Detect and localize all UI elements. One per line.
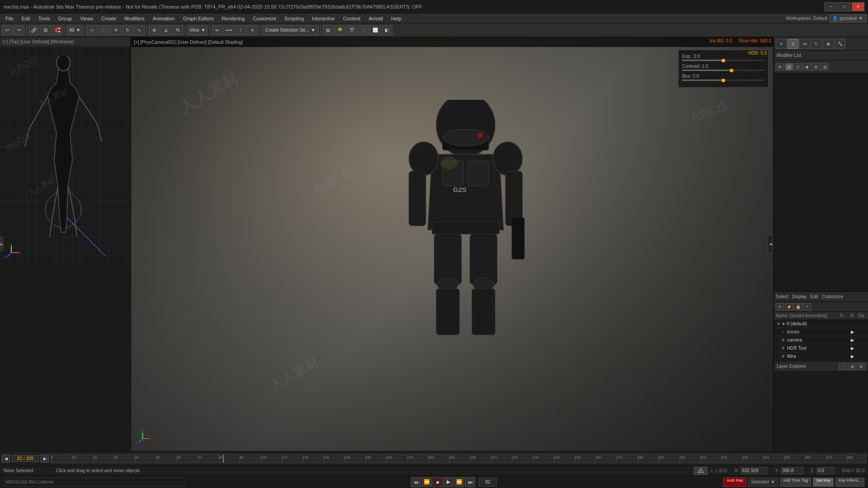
scene-lock-btn[interactable]: 🔒 — [794, 303, 802, 310]
snap-button[interactable]: ⊕ — [149, 25, 160, 35]
minimize-button[interactable]: ─ — [825, 2, 837, 11]
add-time-tag-button[interactable]: Add Time Tag — [780, 478, 811, 487]
hdr-exp-track[interactable] — [682, 60, 764, 61]
scene-add-btn[interactable]: + — [803, 303, 811, 310]
timeline-next-btn[interactable]: ▶ — [41, 455, 49, 463]
playback-prev-frame[interactable]: ⏪ — [422, 477, 432, 487]
redo-button[interactable]: ↪ — [14, 25, 24, 35]
menu-animation[interactable]: Animation — [149, 15, 179, 22]
menu-modifiers[interactable]: Modifiers — [121, 15, 148, 22]
create-selection-set-button[interactable]: Create Selection Se... ▼ — [262, 25, 318, 35]
playback-stop[interactable]: ■ — [433, 477, 443, 487]
scene-explorer-button[interactable]: 🌳 — [335, 25, 345, 35]
percent-snap-button[interactable]: % — [172, 25, 183, 35]
playback-prev-key[interactable]: ⏮ — [411, 477, 421, 487]
scale-button[interactable]: ⤡ — [134, 25, 145, 35]
scene-filter-btn[interactable]: ⚡ — [785, 303, 793, 310]
tab-utilities[interactable]: 🔧 — [835, 39, 845, 49]
menu-graph-editors[interactable]: Graph Editors — [179, 15, 217, 22]
hdr-contrast-track[interactable] — [682, 70, 764, 71]
mod-icon-3[interactable]: ⊡ — [794, 63, 802, 70]
spacing-tool-button[interactable]: ⁞ — [235, 25, 246, 35]
viewport-collapse-arrow[interactable]: ◀ — [768, 235, 773, 253]
scene-row-0[interactable]: 👁 ▶ 0 (default) — [774, 320, 868, 328]
viewport-header[interactable]: [+] [PhysCamera001] [User-Defined] [Defa… — [131, 37, 773, 47]
selection-filter-dropdown[interactable]: All ▼ — [67, 25, 83, 35]
maxscript-input[interactable] — [4, 478, 184, 487]
scene-row-mira[interactable]: 👁 Mira ▶ — [774, 352, 868, 361]
view-dropdown[interactable]: View ▼ — [187, 25, 208, 35]
selected-dropdown[interactable]: Selected ▼ — [748, 478, 778, 487]
subtab-display[interactable]: Display — [792, 294, 807, 299]
render-button[interactable]: ⬛ — [358, 25, 369, 35]
quick-align-button[interactable]: ≡ — [247, 25, 258, 35]
menu-customize[interactable]: Customize — [249, 15, 280, 22]
subtab-customize[interactable]: Customize — [822, 294, 843, 299]
hdr-exp-thumb[interactable] — [722, 59, 725, 62]
activeshade-button[interactable]: ◧ — [382, 25, 392, 35]
menu-rendering[interactable]: Rendering — [218, 15, 249, 22]
select-object-button[interactable]: ⊹ — [87, 25, 98, 35]
scene-row-bones[interactable]: 👁 bones ▶ — [774, 328, 868, 336]
playback-play[interactable]: ▶ — [443, 477, 453, 487]
menu-file[interactable]: File — [2, 15, 17, 22]
tab-motion[interactable]: ↻ — [811, 39, 822, 49]
user-menu[interactable]: 👤 pyroskat ▼ — [829, 14, 866, 23]
link-button[interactable]: 🔗 — [28, 25, 39, 35]
timeline-prev-btn[interactable]: ◀ — [2, 455, 10, 463]
playback-next-frame[interactable]: ⏩ — [454, 477, 464, 487]
mod-icon-1[interactable]: ⊞ — [776, 63, 784, 70]
close-button[interactable]: ✕ — [852, 2, 864, 11]
scene-row-hdrtool[interactable]: 👁 HDR Tool ▶ — [774, 344, 868, 352]
menu-views[interactable]: Views — [76, 15, 97, 22]
z-input[interactable] — [816, 467, 835, 474]
left-viewport-content[interactable]: RRCG 人人素材 RRCG 人人素材 ROT — [0, 47, 130, 264]
menu-interactive[interactable]: Interactive — [308, 15, 339, 22]
menu-create[interactable]: Create — [98, 15, 120, 22]
render-setup-button[interactable]: 🎬 — [346, 25, 357, 35]
scene-clear-btn[interactable]: ✕ — [776, 303, 784, 310]
timeline-ruler[interactable]: 0102030405060708090100110120130140150160… — [51, 454, 866, 463]
set-key-button[interactable]: Set Key — [813, 478, 834, 487]
timeline-frame-display[interactable]: 82 / 389 — [12, 455, 39, 462]
menu-arnold[interactable]: Arnold — [365, 15, 387, 22]
x-input[interactable] — [741, 467, 768, 474]
rotate-button[interactable]: ↻ — [122, 25, 133, 35]
hdr-blur-track[interactable] — [682, 80, 764, 81]
timeline-cursor[interactable] — [223, 455, 224, 463]
tab-display[interactable]: ◉ — [823, 39, 834, 49]
angle-snap-button[interactable]: ∡ — [160, 25, 171, 35]
align-button[interactable]: ⟺ — [223, 25, 234, 35]
mirror-button[interactable]: ⇔ — [212, 25, 222, 35]
move-button[interactable]: ✛ — [110, 25, 121, 35]
menu-edit[interactable]: Edit — [18, 15, 34, 22]
playback-next-key[interactable]: ⏭ — [465, 477, 475, 487]
mod-icon-5[interactable]: ⊞ — [812, 63, 820, 70]
hdr-blur-thumb[interactable] — [722, 79, 725, 82]
tab-hierarchy[interactable]: ⋈ — [799, 39, 810, 49]
le-btn-3[interactable]: ⊞ — [857, 363, 865, 370]
mod-icon-6[interactable]: ▥ — [821, 63, 829, 70]
render-frame-button[interactable]: ⬜ — [370, 25, 381, 35]
tab-create[interactable]: ✦ — [776, 39, 787, 49]
le-btn-1[interactable]: ⬚ — [839, 363, 847, 370]
mod-icon-2[interactable]: ▤ — [785, 63, 793, 70]
bind-button[interactable]: 🧲 — [52, 25, 63, 35]
scene-row-camera[interactable]: 👁 camera ▶ — [774, 336, 868, 344]
menu-group[interactable]: Group — [54, 15, 75, 22]
key-filters-button[interactable]: Key Filters... — [835, 478, 864, 487]
le-btn-2[interactable]: ▤ — [848, 363, 856, 370]
mod-icon-4[interactable]: ◉ — [803, 63, 811, 70]
maximize-button[interactable]: □ — [838, 2, 851, 11]
undo-button[interactable]: ↩ — [2, 25, 13, 35]
menu-tools[interactable]: Tools — [35, 15, 54, 22]
tab-modify[interactable]: ⚙ — [788, 39, 798, 49]
select-region-button[interactable]: ⬚ — [99, 25, 109, 35]
menu-scripting[interactable]: Scripting — [281, 15, 307, 22]
current-frame-input[interactable]: 82 — [479, 478, 497, 487]
unlink-button[interactable]: ⛓ — [40, 25, 51, 35]
main-viewport[interactable]: [+] [PhysCamera001] [User-Defined] [Defa… — [131, 37, 773, 451]
subtab-select[interactable]: Select — [776, 294, 788, 299]
layer-manager-button[interactable]: ▤ — [323, 25, 334, 35]
y-input[interactable] — [781, 467, 803, 474]
